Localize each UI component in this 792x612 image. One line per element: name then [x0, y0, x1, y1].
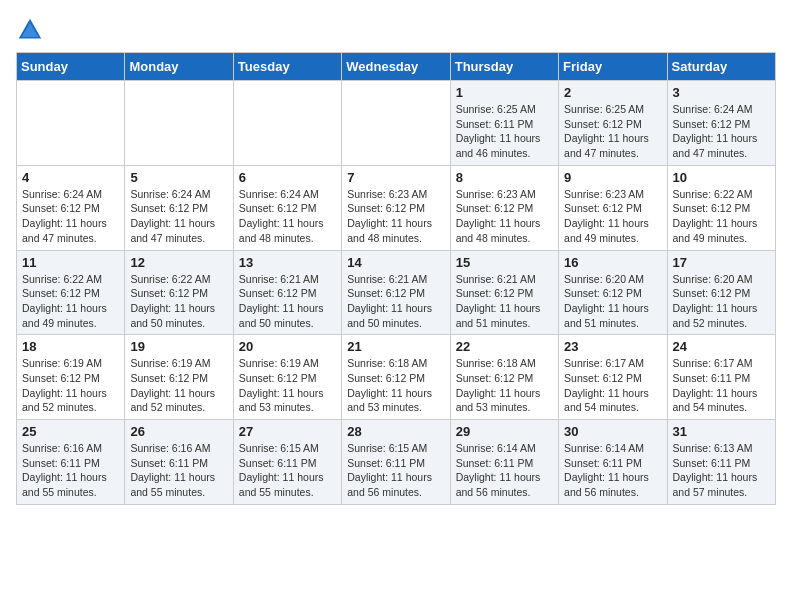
calendar-cell: 15Sunrise: 6:21 AM Sunset: 6:12 PM Dayli…	[450, 250, 558, 335]
calendar-cell	[17, 81, 125, 166]
calendar-cell: 2Sunrise: 6:25 AM Sunset: 6:12 PM Daylig…	[559, 81, 667, 166]
calendar-cell: 31Sunrise: 6:13 AM Sunset: 6:11 PM Dayli…	[667, 420, 775, 505]
calendar-cell: 23Sunrise: 6:17 AM Sunset: 6:12 PM Dayli…	[559, 335, 667, 420]
day-number: 31	[673, 424, 770, 439]
day-info: Sunrise: 6:14 AM Sunset: 6:11 PM Dayligh…	[456, 441, 553, 500]
day-number: 13	[239, 255, 336, 270]
day-info: Sunrise: 6:18 AM Sunset: 6:12 PM Dayligh…	[347, 356, 444, 415]
calendar-week-1: 1Sunrise: 6:25 AM Sunset: 6:11 PM Daylig…	[17, 81, 776, 166]
calendar-cell: 21Sunrise: 6:18 AM Sunset: 6:12 PM Dayli…	[342, 335, 450, 420]
day-info: Sunrise: 6:20 AM Sunset: 6:12 PM Dayligh…	[564, 272, 661, 331]
day-number: 22	[456, 339, 553, 354]
calendar-cell: 16Sunrise: 6:20 AM Sunset: 6:12 PM Dayli…	[559, 250, 667, 335]
day-number: 19	[130, 339, 227, 354]
day-number: 15	[456, 255, 553, 270]
col-header-wednesday: Wednesday	[342, 53, 450, 81]
day-number: 3	[673, 85, 770, 100]
calendar-cell: 26Sunrise: 6:16 AM Sunset: 6:11 PM Dayli…	[125, 420, 233, 505]
col-header-sunday: Sunday	[17, 53, 125, 81]
calendar-cell: 18Sunrise: 6:19 AM Sunset: 6:12 PM Dayli…	[17, 335, 125, 420]
day-info: Sunrise: 6:17 AM Sunset: 6:12 PM Dayligh…	[564, 356, 661, 415]
day-info: Sunrise: 6:16 AM Sunset: 6:11 PM Dayligh…	[130, 441, 227, 500]
day-info: Sunrise: 6:24 AM Sunset: 6:12 PM Dayligh…	[673, 102, 770, 161]
logo-icon	[16, 16, 44, 44]
day-info: Sunrise: 6:23 AM Sunset: 6:12 PM Dayligh…	[564, 187, 661, 246]
calendar-cell: 20Sunrise: 6:19 AM Sunset: 6:12 PM Dayli…	[233, 335, 341, 420]
day-number: 4	[22, 170, 119, 185]
day-info: Sunrise: 6:16 AM Sunset: 6:11 PM Dayligh…	[22, 441, 119, 500]
day-number: 21	[347, 339, 444, 354]
day-info: Sunrise: 6:25 AM Sunset: 6:12 PM Dayligh…	[564, 102, 661, 161]
calendar-cell: 24Sunrise: 6:17 AM Sunset: 6:11 PM Dayli…	[667, 335, 775, 420]
day-number: 12	[130, 255, 227, 270]
calendar-cell: 13Sunrise: 6:21 AM Sunset: 6:12 PM Dayli…	[233, 250, 341, 335]
col-header-monday: Monday	[125, 53, 233, 81]
calendar-cell	[233, 81, 341, 166]
calendar-cell: 5Sunrise: 6:24 AM Sunset: 6:12 PM Daylig…	[125, 165, 233, 250]
day-info: Sunrise: 6:13 AM Sunset: 6:11 PM Dayligh…	[673, 441, 770, 500]
day-info: Sunrise: 6:24 AM Sunset: 6:12 PM Dayligh…	[239, 187, 336, 246]
day-number: 18	[22, 339, 119, 354]
calendar-cell: 7Sunrise: 6:23 AM Sunset: 6:12 PM Daylig…	[342, 165, 450, 250]
day-info: Sunrise: 6:19 AM Sunset: 6:12 PM Dayligh…	[239, 356, 336, 415]
day-info: Sunrise: 6:23 AM Sunset: 6:12 PM Dayligh…	[347, 187, 444, 246]
calendar-week-5: 25Sunrise: 6:16 AM Sunset: 6:11 PM Dayli…	[17, 420, 776, 505]
day-number: 1	[456, 85, 553, 100]
day-number: 28	[347, 424, 444, 439]
day-number: 2	[564, 85, 661, 100]
day-info: Sunrise: 6:24 AM Sunset: 6:12 PM Dayligh…	[130, 187, 227, 246]
day-number: 30	[564, 424, 661, 439]
calendar-cell: 11Sunrise: 6:22 AM Sunset: 6:12 PM Dayli…	[17, 250, 125, 335]
col-header-friday: Friday	[559, 53, 667, 81]
calendar-cell: 10Sunrise: 6:22 AM Sunset: 6:12 PM Dayli…	[667, 165, 775, 250]
day-info: Sunrise: 6:19 AM Sunset: 6:12 PM Dayligh…	[22, 356, 119, 415]
calendar-week-3: 11Sunrise: 6:22 AM Sunset: 6:12 PM Dayli…	[17, 250, 776, 335]
day-number: 7	[347, 170, 444, 185]
calendar-cell: 9Sunrise: 6:23 AM Sunset: 6:12 PM Daylig…	[559, 165, 667, 250]
day-number: 27	[239, 424, 336, 439]
day-info: Sunrise: 6:25 AM Sunset: 6:11 PM Dayligh…	[456, 102, 553, 161]
day-number: 26	[130, 424, 227, 439]
day-info: Sunrise: 6:21 AM Sunset: 6:12 PM Dayligh…	[347, 272, 444, 331]
day-number: 24	[673, 339, 770, 354]
day-info: Sunrise: 6:21 AM Sunset: 6:12 PM Dayligh…	[239, 272, 336, 331]
day-number: 16	[564, 255, 661, 270]
calendar-cell: 28Sunrise: 6:15 AM Sunset: 6:11 PM Dayli…	[342, 420, 450, 505]
calendar-cell: 27Sunrise: 6:15 AM Sunset: 6:11 PM Dayli…	[233, 420, 341, 505]
day-number: 25	[22, 424, 119, 439]
day-number: 9	[564, 170, 661, 185]
day-number: 6	[239, 170, 336, 185]
calendar-header: SundayMondayTuesdayWednesdayThursdayFrid…	[17, 53, 776, 81]
day-info: Sunrise: 6:22 AM Sunset: 6:12 PM Dayligh…	[673, 187, 770, 246]
col-header-saturday: Saturday	[667, 53, 775, 81]
day-number: 8	[456, 170, 553, 185]
calendar-cell: 4Sunrise: 6:24 AM Sunset: 6:12 PM Daylig…	[17, 165, 125, 250]
day-info: Sunrise: 6:23 AM Sunset: 6:12 PM Dayligh…	[456, 187, 553, 246]
day-info: Sunrise: 6:18 AM Sunset: 6:12 PM Dayligh…	[456, 356, 553, 415]
day-number: 10	[673, 170, 770, 185]
day-info: Sunrise: 6:19 AM Sunset: 6:12 PM Dayligh…	[130, 356, 227, 415]
day-number: 20	[239, 339, 336, 354]
page-header	[16, 16, 776, 44]
day-number: 29	[456, 424, 553, 439]
calendar-cell: 8Sunrise: 6:23 AM Sunset: 6:12 PM Daylig…	[450, 165, 558, 250]
day-number: 17	[673, 255, 770, 270]
day-number: 14	[347, 255, 444, 270]
calendar-cell: 19Sunrise: 6:19 AM Sunset: 6:12 PM Dayli…	[125, 335, 233, 420]
day-info: Sunrise: 6:22 AM Sunset: 6:12 PM Dayligh…	[22, 272, 119, 331]
calendar-cell: 14Sunrise: 6:21 AM Sunset: 6:12 PM Dayli…	[342, 250, 450, 335]
col-header-tuesday: Tuesday	[233, 53, 341, 81]
calendar-cell	[342, 81, 450, 166]
day-info: Sunrise: 6:20 AM Sunset: 6:12 PM Dayligh…	[673, 272, 770, 331]
day-number: 5	[130, 170, 227, 185]
calendar-table: SundayMondayTuesdayWednesdayThursdayFrid…	[16, 52, 776, 505]
day-number: 23	[564, 339, 661, 354]
day-info: Sunrise: 6:17 AM Sunset: 6:11 PM Dayligh…	[673, 356, 770, 415]
calendar-cell: 1Sunrise: 6:25 AM Sunset: 6:11 PM Daylig…	[450, 81, 558, 166]
logo	[16, 16, 48, 44]
calendar-cell: 22Sunrise: 6:18 AM Sunset: 6:12 PM Dayli…	[450, 335, 558, 420]
calendar-cell: 30Sunrise: 6:14 AM Sunset: 6:11 PM Dayli…	[559, 420, 667, 505]
day-info: Sunrise: 6:24 AM Sunset: 6:12 PM Dayligh…	[22, 187, 119, 246]
calendar-cell	[125, 81, 233, 166]
col-header-thursday: Thursday	[450, 53, 558, 81]
